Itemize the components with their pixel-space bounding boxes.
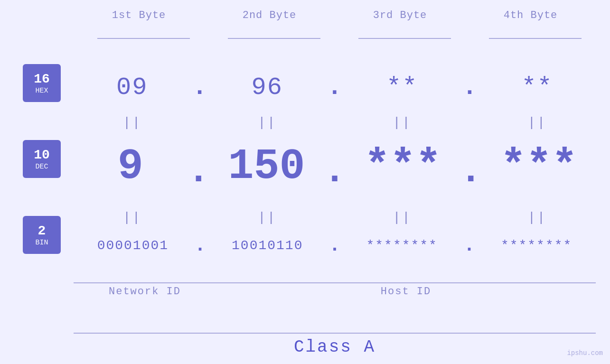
dec-badge: 10 DEC <box>23 140 61 178</box>
bin-badge: 2 BIN <box>23 216 61 254</box>
dec-badge-label: DEC <box>35 163 48 171</box>
side-badges: 16 HEX 10 DEC 2 BIN <box>23 64 61 254</box>
bin-byte1: 00001001 <box>85 238 180 253</box>
host-id-label: Host ID <box>216 286 596 298</box>
dec-byte4: *** <box>491 142 586 191</box>
eq6: || <box>220 210 315 225</box>
bin-byte2: 10010110 <box>220 238 315 253</box>
dot-bin-2: . <box>329 235 340 256</box>
dec-byte1: 9 <box>83 142 178 191</box>
hex-badge-num: 16 <box>34 71 50 87</box>
eq4: || <box>489 115 584 130</box>
content-area: 09 . 96 . ** . ** || || || || 9 . 150 . … <box>74 45 596 336</box>
id-labels: Network ID Host ID <box>74 286 596 298</box>
dot-hex-3: . <box>462 74 477 102</box>
eq1: || <box>85 115 180 130</box>
class-a-line <box>74 333 596 334</box>
dec-byte3: *** <box>355 142 450 191</box>
dot-dec-2: . <box>323 149 346 193</box>
header-byte1: 1st Byte <box>92 9 187 21</box>
equals-dec-bin: || || || || <box>74 210 596 225</box>
header-byte3: 3rd Byte <box>353 9 448 21</box>
header-byte4: 4th Byte <box>483 9 578 21</box>
eq3: || <box>355 115 450 130</box>
equals-hex-dec: || || || || <box>74 115 596 130</box>
bin-row: 00001001 . 10010110 . ******** . *******… <box>74 230 596 261</box>
bin-byte4: ******** <box>489 238 584 253</box>
class-a-area: Class A <box>74 333 596 364</box>
eq2: || <box>220 115 315 130</box>
hex-byte1: 09 <box>84 74 179 102</box>
bracket-top-4 <box>489 38 582 39</box>
bracket-network <box>74 282 206 283</box>
bracket-top-2 <box>228 38 320 39</box>
hex-row: 09 . 96 . ** . ** <box>74 69 596 106</box>
dot-dec-3: . <box>460 149 482 193</box>
dot-hex-1: . <box>192 74 207 102</box>
class-a-label: Class A <box>74 337 596 364</box>
bracket-top-1 <box>97 38 190 39</box>
watermark: ipshu.com <box>567 349 603 357</box>
hex-byte4: ** <box>490 74 585 102</box>
main-container: 1st Byte 2nd Byte 3rd Byte 4th Byte 16 H… <box>0 0 610 364</box>
eq8: || <box>489 210 584 225</box>
dot-bin-1: . <box>195 235 206 256</box>
hex-byte3: ** <box>355 74 450 102</box>
dec-byte2: 150 <box>219 142 314 191</box>
network-id-label: Network ID <box>74 286 216 298</box>
dec-badge-num: 10 <box>34 147 50 163</box>
dot-hex-2: . <box>327 74 342 102</box>
dot-bin-3: . <box>463 235 475 256</box>
hex-byte2: 96 <box>220 74 315 102</box>
dot-dec-1: . <box>187 149 210 193</box>
eq7: || <box>355 210 450 225</box>
dec-row: 9 . 150 . *** . *** <box>74 135 596 197</box>
bin-byte3: ******** <box>355 238 450 253</box>
header-byte2: 2nd Byte <box>222 9 317 21</box>
hex-badge: 16 HEX <box>23 64 61 102</box>
bin-badge-num: 2 <box>38 223 46 239</box>
eq5: || <box>85 210 180 225</box>
bracket-host <box>206 282 596 283</box>
hex-badge-label: HEX <box>35 87 48 95</box>
bracket-top-3 <box>358 38 451 39</box>
bin-badge-label: BIN <box>35 239 48 247</box>
byte-headers: 1st Byte 2nd Byte 3rd Byte 4th Byte <box>74 9 596 21</box>
